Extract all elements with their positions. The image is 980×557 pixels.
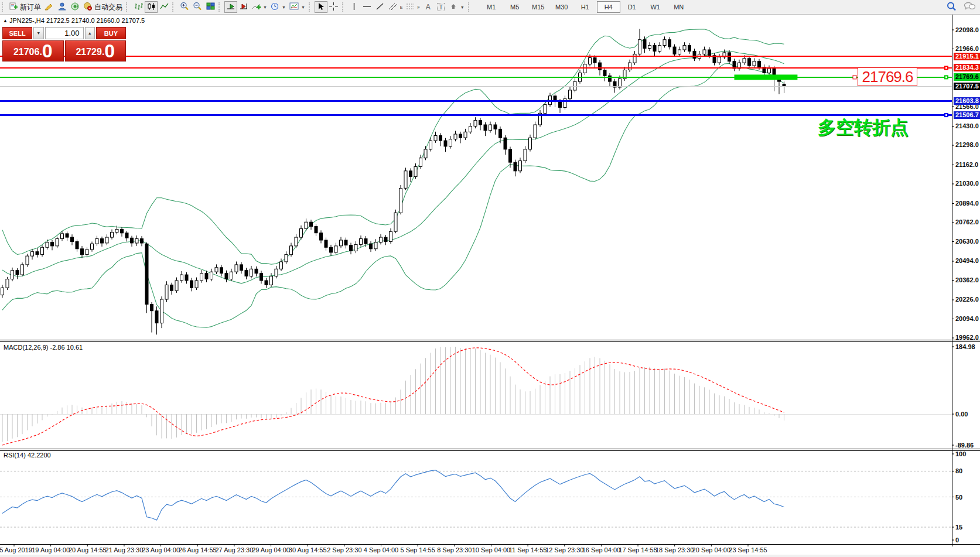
- candle-bear: [668, 40, 671, 47]
- macd-signal-line: [2, 348, 784, 445]
- tile-windows-button[interactable]: [204, 1, 217, 13]
- candle-bull: [1, 288, 4, 295]
- crosshair-icon: [329, 2, 338, 12]
- candle-bear: [16, 271, 19, 275]
- tab-timeframe-H4[interactable]: H4: [597, 1, 620, 13]
- candle-bull: [683, 46, 686, 50]
- trendline-button[interactable]: [374, 1, 387, 13]
- periods-button[interactable]: ▼: [269, 1, 288, 13]
- tab-timeframe-M30[interactable]: M30: [550, 1, 573, 13]
- tab-timeframe-MN[interactable]: MN: [667, 1, 691, 13]
- price-tick-label: 20226.0: [955, 296, 979, 303]
- autotrading-button[interactable]: 自动交易: [81, 1, 124, 13]
- candle-bull: [633, 54, 636, 63]
- candle-bear: [101, 239, 104, 243]
- text-button[interactable]: A: [422, 1, 435, 13]
- candle-bull: [285, 255, 288, 262]
- buy-price-int: 21729: [76, 45, 102, 60]
- candle-bull: [26, 256, 29, 265]
- line-marker-dot: [945, 67, 947, 69]
- candle-bear: [225, 274, 228, 279]
- fibonacci-button[interactable]: F: [404, 1, 421, 13]
- time-label: 8 Sep 23:30: [437, 546, 472, 553]
- cursor-button[interactable]: [315, 1, 327, 13]
- candle-bull: [629, 63, 631, 70]
- candle-bear: [220, 268, 223, 274]
- buy-button[interactable]: BUY: [96, 27, 126, 39]
- text-label-button[interactable]: T: [435, 1, 448, 13]
- community-button[interactable]: [56, 1, 69, 13]
- line-marker-dot: [945, 76, 947, 78]
- macd-scale-min: -89.86: [955, 442, 974, 449]
- time-label: 21 Aug 23:30: [105, 546, 144, 553]
- sell-price[interactable]: 21706 . 0: [2, 40, 64, 61]
- candle-bear: [240, 265, 243, 271]
- support-zone[interactable]: [735, 74, 798, 80]
- candle-bull: [569, 90, 572, 99]
- candle-bull: [334, 246, 337, 252]
- signals-button[interactable]: [69, 1, 81, 13]
- line-chart-icon: [160, 2, 169, 12]
- arrows-button[interactable]: ▼: [448, 1, 466, 13]
- tab-timeframe-M15[interactable]: M15: [527, 1, 550, 13]
- price-badge-21769.6: 21769.6: [954, 73, 980, 81]
- zoom-in-icon: [180, 2, 189, 12]
- symbol-name: JPN225-,H4: [9, 17, 45, 24]
- candle-bear: [748, 59, 751, 66]
- candle-bull: [115, 230, 118, 233]
- price-badge-21915.1: 21915.1: [954, 53, 980, 60]
- vertical-line-button[interactable]: [348, 1, 361, 13]
- candle-bull: [61, 234, 64, 239]
- indicators-button[interactable]: ▼: [250, 1, 269, 13]
- chart-shift-button[interactable]: [237, 1, 250, 13]
- search-icon[interactable]: [947, 2, 957, 13]
- signal-icon: [71, 2, 80, 12]
- candle-bull: [195, 281, 198, 288]
- line-marker-dot: [945, 114, 947, 116]
- time-label: 2 Sep 23:30: [327, 546, 361, 553]
- new-order-button[interactable]: 新订单: [8, 1, 43, 13]
- bar-chart-button[interactable]: [132, 1, 145, 13]
- tab-timeframe-M5[interactable]: M5: [503, 1, 527, 13]
- macd-label: MACD(12,26,9) -2.86 10.61: [4, 344, 83, 351]
- tab-timeframe-D1[interactable]: D1: [620, 1, 644, 13]
- line-chart-button[interactable]: [158, 1, 170, 13]
- candle-bear: [783, 84, 786, 87]
- candle-bear: [155, 311, 158, 323]
- crosshair-button[interactable]: [327, 1, 340, 13]
- horizontal-line-button[interactable]: [361, 1, 374, 13]
- chart-canvas[interactable]: [0, 0, 980, 557]
- candle-bear: [370, 244, 373, 249]
- tab-timeframe-H1[interactable]: H1: [573, 1, 597, 13]
- collapse-arrow-icon[interactable]: ▲: [3, 18, 8, 23]
- candle-bull: [175, 281, 178, 291]
- candle-bull: [95, 239, 98, 244]
- price-callout[interactable]: 21769.6: [858, 67, 917, 86]
- auto-scroll-button[interactable]: [224, 1, 237, 13]
- chart-shift-icon: [240, 2, 248, 12]
- candle-bear: [559, 102, 562, 108]
- buy-price-frac: 0: [104, 42, 115, 60]
- rsi-scale-100: 100: [955, 450, 966, 457]
- zoom-in-button[interactable]: [178, 1, 191, 13]
- volume-input[interactable]: [45, 27, 84, 39]
- chinese-annotation[interactable]: 多空转折点: [818, 115, 909, 140]
- zoom-out-button[interactable]: [191, 1, 204, 13]
- tab-timeframe-M1[interactable]: M1: [480, 1, 503, 13]
- candlestick-chart-button[interactable]: [145, 1, 158, 13]
- chat-icon[interactable]: [964, 2, 975, 13]
- candle-bull: [275, 269, 278, 276]
- layouts-button[interactable]: [43, 1, 56, 13]
- price-tick-label: 20362.0: [955, 276, 979, 283]
- buy-price[interactable]: 21729 . 0: [65, 40, 127, 61]
- sell-button[interactable]: SELL: [2, 27, 32, 39]
- candle-bull: [648, 46, 651, 49]
- volume-down-button[interactable]: ▼: [33, 27, 43, 39]
- templates-button[interactable]: ▼: [288, 1, 307, 13]
- volume-up-button[interactable]: ▲: [85, 27, 95, 39]
- channel-button[interactable]: E: [387, 1, 405, 13]
- candle-bull: [215, 268, 218, 272]
- candle-bull: [86, 250, 88, 255]
- tab-timeframe-W1[interactable]: W1: [644, 1, 667, 13]
- time-label: 15 Aug 2019: [0, 546, 32, 553]
